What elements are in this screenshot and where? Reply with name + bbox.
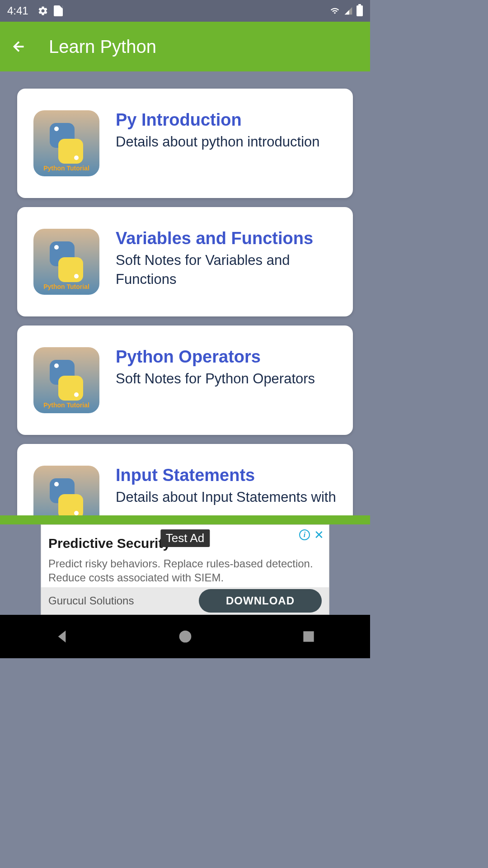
ad-label: Test Ad [160,529,210,547]
download-button[interactable]: DOWNLOAD [199,589,322,613]
card-description: Soft Notes for Python Operators [116,369,337,388]
status-left: 4:41 [7,5,63,17]
ad-container: Test Ad i ✕ Predictive Security Predict … [0,524,370,615]
ad-footer: Gurucul Solutions DOWNLOAD [41,587,329,614]
python-tutorial-icon: Python Tutorial [33,229,99,295]
icon-label: Python Tutorial [43,401,89,409]
ad-info-icon[interactable]: i [299,529,310,540]
card-title: Python Operators [116,347,337,367]
nav-recent-icon[interactable] [300,627,318,646]
python-tutorial-icon: Python Tutorial [33,110,99,176]
wifi-icon [329,6,340,15]
app-bar: Learn Python [0,22,370,71]
sd-card-icon [54,5,63,16]
card-content: Py Introduction Details about python int… [116,110,337,151]
card-title: Variables and Functions [116,229,337,248]
card-content: Input Statements Details about Input Sta… [116,466,337,507]
navigation-bar [0,615,370,658]
ad-box[interactable]: Test Ad i ✕ Predictive Security Predict … [41,524,329,615]
lesson-card-introduction[interactable]: Python Tutorial Py Introduction Details … [17,89,353,198]
card-title: Py Introduction [116,110,337,130]
ad-advertiser: Gurucul Solutions [48,594,134,607]
gear-icon [38,5,48,16]
icon-label: Python Tutorial [43,283,89,290]
ad-separator [0,515,370,524]
card-description: Soft Notes for Variables and Functions [116,251,337,289]
lesson-card-operators[interactable]: Python Tutorial Python Operators Soft No… [17,326,353,435]
ad-close-icon[interactable]: ✕ [314,529,324,540]
lesson-card-variables[interactable]: Python Tutorial Variables and Functions … [17,207,353,316]
svg-point-0 [179,631,191,643]
python-tutorial-icon: Python Tutorial [33,347,99,413]
back-arrow-icon[interactable] [11,38,27,55]
content-area[interactable]: Python Tutorial Py Introduction Details … [0,71,370,515]
app-title: Learn Python [49,37,156,57]
status-right [329,5,363,16]
status-time: 4:41 [7,5,28,17]
ad-controls: i ✕ [299,529,324,540]
battery-icon [357,5,363,16]
card-content: Python Operators Soft Notes for Python O… [116,347,337,388]
card-content: Variables and Functions Soft Notes for V… [116,229,337,289]
ad-description: Predict risky behaviors. Replace rules-b… [48,557,322,585]
card-description: Details about Input Statements with [116,488,337,507]
nav-home-icon[interactable] [176,627,194,646]
svg-rect-1 [303,631,314,642]
status-icons-left [38,5,63,16]
card-description: Details about python introduction [116,132,337,151]
icon-label: Python Tutorial [43,165,89,172]
status-bar: 4:41 [0,0,370,22]
nav-back-icon[interactable] [53,627,71,646]
python-tutorial-icon: Python Tutorial [33,466,99,515]
card-title: Input Statements [116,466,337,485]
lesson-card-input[interactable]: Python Tutorial Input Statements Details… [17,444,353,515]
signal-icon [344,6,353,15]
